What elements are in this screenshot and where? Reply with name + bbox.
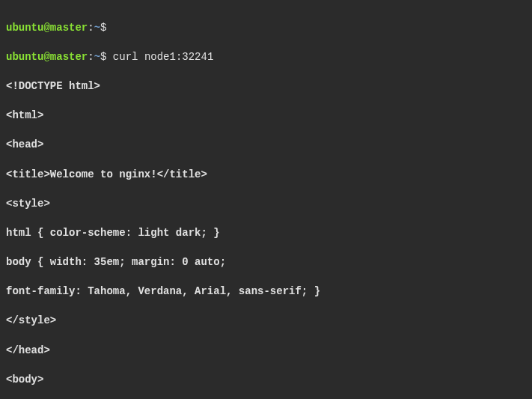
output-line: <head>	[6, 138, 526, 153]
prompt-user: ubuntu	[6, 22, 43, 34]
output-line: </style>	[6, 314, 526, 329]
prompt-line-1: ubuntu@master:~$	[6, 21, 526, 36]
output-line: <body>	[6, 373, 526, 388]
prompt-path: ~	[94, 22, 100, 34]
output-line: font-family: Tahoma, Verdana, Arial, san…	[6, 284, 526, 299]
terminal[interactable]: ubuntu@master:~$ ubuntu@master:~$ curl n…	[6, 6, 526, 399]
prompt-colon: :	[88, 51, 94, 63]
prompt-user: ubuntu	[6, 51, 43, 63]
output-line: <html>	[6, 109, 526, 124]
prompt-at: @	[43, 51, 49, 63]
output-line: </head>	[6, 344, 526, 359]
prompt-colon: :	[88, 22, 94, 34]
prompt-dollar: $	[100, 22, 106, 34]
output-line: <style>	[6, 197, 526, 212]
prompt-path: ~	[94, 51, 100, 63]
prompt-host: master	[50, 51, 88, 63]
output-line: html { color-scheme: light dark; }	[6, 226, 526, 241]
prompt-line-2: ubuntu@master:~$ curl node1:32241	[6, 50, 526, 65]
output-line: body { width: 35em; margin: 0 auto;	[6, 255, 526, 270]
output-line: <title>Welcome to nginx!</title>	[6, 168, 526, 183]
prompt-at: @	[43, 22, 49, 34]
command-curl: curl node1:32241	[106, 51, 213, 63]
output-line: <!DOCTYPE html>	[6, 79, 526, 94]
prompt-host: master	[50, 22, 88, 34]
